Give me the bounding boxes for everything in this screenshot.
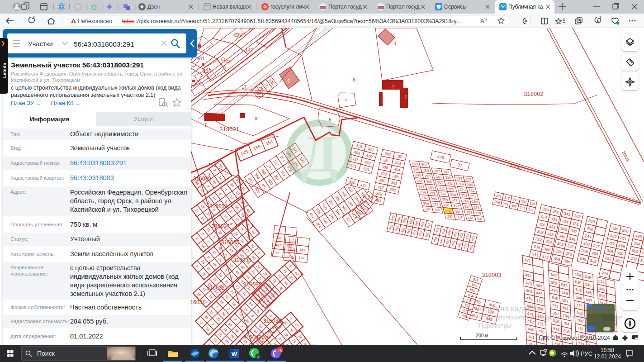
svg-text:142: 142 [289,238,294,243]
svg-text:76: 76 [278,348,283,352]
svg-text:W: W [232,351,237,357]
svg-text:318001: 318001 [219,126,239,133]
svg-text:3: 3 [393,41,396,46]
svg-text:https: https [122,18,134,24]
svg-text:33: 33 [275,251,279,255]
svg-text:6: 6 [329,117,331,122]
svg-text:316043: 316043 [243,334,261,341]
svg-text:316034: 316034 [212,223,230,229]
svg-text:Д: Д [301,124,337,184]
svg-text:138: 138 [298,256,304,260]
svg-text:216: 216 [203,68,211,74]
svg-text:A: A [480,18,484,24]
svg-text:6: 6 [353,77,355,82]
svg-text:2: 2 [345,98,348,103]
svg-text:143: 143 [223,59,232,64]
svg-text:316036: 316036 [233,257,251,263]
svg-text:://pkk.rosreestr.ru/#/search/5: ://pkk.rosreestr.ru/#/search/51.22326707… [136,18,461,24]
svg-text:Сервисы: Сервисы [444,4,467,10]
svg-text:"Параметры": "Параметры" [477,322,514,329]
svg-text:316037: 316037 [243,281,261,288]
svg-text:Портал госуд: Портал госуд [386,4,419,10]
svg-text:госуслуги лич: госуслуги лич [270,4,305,10]
svg-text:141: 141 [299,248,305,252]
svg-text:Дзен: Дзен [147,4,160,10]
svg-text:Участки: Участки [28,40,53,48]
svg-text:Поиск: Поиск [37,350,55,357]
svg-text:ПКК © Росреестр 2010-2024: ПКК © Росреестр 2010-2024 [539,335,610,341]
svg-text:Небезопасно: Небезопасно [78,18,112,24]
svg-text:140: 140 [287,254,293,259]
svg-text:Новая вкладк: Новая вкладк [213,4,247,10]
svg-text:316038: 316038 [263,318,281,324]
svg-text:17: 17 [242,85,247,90]
svg-text:316032: 316032 [207,285,225,291]
svg-text:3: 3 [257,355,259,359]
svg-text:12.01.2024: 12.01.2024 [594,353,621,360]
svg-text:8: 8 [255,116,257,121]
svg-text:7: 7 [271,78,274,83]
svg-text:4160: 4160 [233,33,244,38]
svg-text:142: 142 [245,48,253,53]
svg-text:Публичная ка: Публичная ка [508,4,543,10]
svg-text:200 м: 200 м [476,333,488,338]
svg-text:56:43:0318003:291: 56:43:0318003:291 [74,40,134,48]
svg-text:РУС: РУС [581,350,592,357]
svg-text:318003: 318003 [482,272,501,278]
svg-text:139: 139 [288,247,294,251]
svg-text:)): )) [484,17,487,21]
svg-text:10:58: 10:58 [601,347,614,353]
svg-text:316035: 316035 [221,239,239,246]
svg-text:Портал госуд: Портал госуд [328,4,361,10]
svg-text:318002: 318002 [524,90,543,97]
svg-text:316033: 316033 [209,203,227,210]
